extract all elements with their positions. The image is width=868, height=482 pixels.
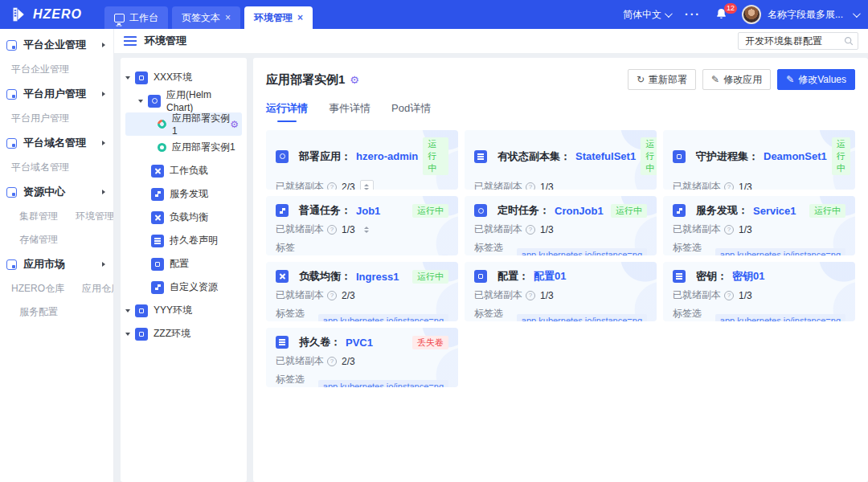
- replicas-stepper[interactable]: [360, 180, 374, 190]
- statefulset-icon: [474, 150, 487, 163]
- tree-node-yyy-env[interactable]: YYY环境: [125, 299, 242, 322]
- tree-node-service-discovery[interactable]: 服务发现: [125, 182, 242, 206]
- tab-environment-management[interactable]: 环境管理 ×: [244, 6, 313, 29]
- ingress-icon: [276, 270, 289, 283]
- hzero-logo-icon: [11, 6, 27, 22]
- tree-node-instance-1-selected[interactable]: 应用部署实例1 ⚙: [125, 112, 242, 136]
- tree-node-instance-2[interactable]: 应用部署实例1: [125, 136, 242, 159]
- caret-down-icon[interactable]: [125, 309, 130, 312]
- tab-workbench[interactable]: 工作台: [104, 6, 168, 29]
- card-cronjob[interactable]: 定时任务： CronJob1 运行中 已就绪副本 ? 1/3 标签选择器 app…: [465, 196, 657, 255]
- sidebar-sub-item[interactable]: 平台域名管理: [11, 161, 69, 174]
- edit-values-button[interactable]: ✎ 修改Values: [777, 69, 855, 90]
- tab-pod-details[interactable]: Pod详情: [391, 101, 431, 122]
- user-menu[interactable]: 名称字段最多展...: [742, 5, 858, 24]
- menu-bars-icon[interactable]: [124, 36, 137, 46]
- replicas-label: 已就绪副本: [276, 180, 324, 190]
- card-job[interactable]: 普通任务： Job1 运行中 已就绪副本 ? 1/3 标签选择器 app.kub…: [266, 196, 458, 255]
- resource-name-link[interactable]: PVC1: [346, 337, 373, 349]
- sidebar-sub-item-hzero-repo[interactable]: HZERO仓库: [11, 282, 64, 296]
- card-ingress[interactable]: 负载均衡： Ingress1 运行中 已就绪副本 ? 2/3 标签选择器 app…: [266, 262, 458, 321]
- replicas-stepper[interactable]: [360, 223, 374, 236]
- resource-name-link[interactable]: StatefulSet1: [575, 150, 636, 162]
- help-icon[interactable]: ?: [724, 225, 734, 235]
- sidebar-group-label: 资源中心: [23, 185, 102, 199]
- card-type-label: 配置：: [497, 269, 529, 284]
- sidebar-sub-item-app-repo[interactable]: 应用仓库: [82, 282, 114, 296]
- sidebar-group-label: 应用市场: [23, 257, 102, 272]
- sidebar-item-resource-center[interactable]: 资源中心: [0, 179, 113, 205]
- instance-header: 应用部署实例1 ⚙ ↻ 重新部署 ✎ 修改应用 ✎ 修改Values: [266, 69, 855, 90]
- tree-node-helm-app[interactable]: 应用(Helm Chart): [125, 89, 242, 112]
- card-secret[interactable]: 密钥： 密钥01 已就绪副本 ? 1/3 标签选择器 app.kubernete…: [663, 262, 855, 321]
- tree-node-label: 应用(Helm Chart): [166, 88, 239, 113]
- chevron-right-icon: [102, 43, 105, 47]
- help-icon[interactable]: ?: [526, 291, 535, 300]
- search-icon[interactable]: [844, 36, 854, 46]
- resource-name-link[interactable]: Job1: [356, 205, 380, 217]
- tree-node-zzz-env[interactable]: ZZZ环境: [125, 322, 242, 345]
- resource-name-link[interactable]: hzero-admin: [356, 150, 418, 162]
- selector-expand-button[interactable]: [441, 255, 448, 255]
- notifications-button[interactable]: 12: [715, 7, 727, 22]
- close-icon[interactable]: ×: [297, 12, 303, 23]
- help-icon[interactable]: ?: [526, 182, 535, 190]
- sidebar-sub-item-storage[interactable]: 存储管理: [19, 233, 58, 247]
- tree-node-xxx-env[interactable]: XXX环境: [125, 66, 242, 89]
- sidebar-sub-item-service-config[interactable]: 服务配置: [19, 305, 58, 319]
- language-label: 简体中文: [623, 8, 661, 22]
- help-icon[interactable]: ?: [327, 225, 337, 235]
- tab-event-details[interactable]: 事件详情: [329, 101, 371, 122]
- resource-name-link[interactable]: CronJob1: [555, 205, 604, 217]
- tab-page-text[interactable]: 页签文本 ×: [172, 6, 240, 29]
- environment-management-screen: HZERO 工作台 页签文本 × 环境管理 × 简体中文 ···: [0, 0, 868, 482]
- tree-node-load-balancer[interactable]: 负载均衡: [125, 206, 242, 229]
- gear-icon[interactable]: ⚙: [350, 74, 359, 86]
- card-deployment[interactable]: 部署应用： hzero-admin 运行中 已就绪副本 ? 2/3 标签选择器 …: [266, 130, 458, 190]
- tree-node-label: 服务发现: [170, 187, 208, 201]
- card-configmap[interactable]: 配置： 配置01 已就绪副本 ? 1/3 标签选择器 app.kubernete…: [465, 262, 657, 321]
- more-menu-button[interactable]: ···: [685, 8, 701, 21]
- gear-icon[interactable]: ⚙: [230, 119, 239, 130]
- tree-node-custom-resource[interactable]: 自定义资源: [125, 276, 242, 299]
- tree-node-pvc[interactable]: 持久卷声明: [125, 229, 242, 252]
- caret-down-icon[interactable]: [125, 333, 130, 336]
- sidebar-sub-item-cluster[interactable]: 集群管理: [19, 210, 58, 223]
- resource-name-link[interactable]: Service1: [753, 205, 796, 217]
- sidebar-sub-item-environment[interactable]: 环境管理: [76, 210, 114, 223]
- card-type-label: 有状态副本集：: [497, 149, 571, 164]
- sidebar-item-app-market[interactable]: 应用市场: [0, 251, 113, 277]
- card-service[interactable]: 服务发现： Service1 运行中 已就绪副本 ? 1/3 标签选择器 app…: [663, 196, 855, 255]
- resource-name-link[interactable]: 配置01: [534, 269, 566, 284]
- caret-down-icon[interactable]: [138, 100, 143, 103]
- language-selector[interactable]: 简体中文: [623, 8, 670, 22]
- caret-down-icon[interactable]: [125, 76, 130, 80]
- resource-name-link[interactable]: DeamonSet1: [764, 150, 827, 162]
- tree-node-config[interactable]: 配置: [125, 252, 242, 276]
- close-icon[interactable]: ×: [225, 12, 231, 23]
- card-daemonset[interactable]: 守护进程集： DeamonSet1 运行中 已就绪副本 ? 1/3 标签选择器 …: [663, 130, 855, 190]
- redeploy-button[interactable]: ↻ 重新部署: [628, 69, 696, 90]
- search-input[interactable]: [738, 32, 858, 50]
- sidebar-item-platform-domain[interactable]: 平台域名管理: [0, 130, 113, 156]
- card-pvc[interactable]: 持久卷： PVC1 丢失卷 已就绪副本 ? 2/3 标签选择器 app.kube…: [266, 328, 458, 387]
- help-icon[interactable]: ?: [724, 182, 734, 190]
- sidebar-item-platform-enterprise[interactable]: 平台企业管理: [0, 32, 113, 58]
- pencil-icon: ✎: [786, 74, 794, 85]
- tree-node-label: 配置: [170, 257, 189, 271]
- help-icon[interactable]: ?: [724, 291, 734, 300]
- sidebar-item-platform-user[interactable]: 平台用户管理: [0, 81, 113, 107]
- tree-node-workload[interactable]: 工作负载: [125, 159, 242, 182]
- help-icon[interactable]: ?: [327, 291, 337, 300]
- sidebar-sub-item[interactable]: 平台企业管理: [11, 63, 69, 76]
- help-icon[interactable]: ?: [327, 182, 337, 190]
- resource-name-link[interactable]: Ingress1: [356, 271, 399, 283]
- edit-app-button[interactable]: ✎ 修改应用: [702, 69, 771, 90]
- help-icon[interactable]: ?: [526, 225, 535, 235]
- help-icon[interactable]: ?: [327, 357, 337, 366]
- selector-label: 标签选择器: [474, 241, 512, 255]
- resource-name-link[interactable]: 密钥01: [732, 269, 764, 284]
- tab-run-details[interactable]: 运行详情: [266, 101, 308, 122]
- sidebar-sub-item[interactable]: 平台用户管理: [11, 112, 69, 125]
- card-statefulset[interactable]: 有状态副本集： StatefulSet1 运行中 已就绪副本 ? 1/3 标签选…: [465, 130, 657, 190]
